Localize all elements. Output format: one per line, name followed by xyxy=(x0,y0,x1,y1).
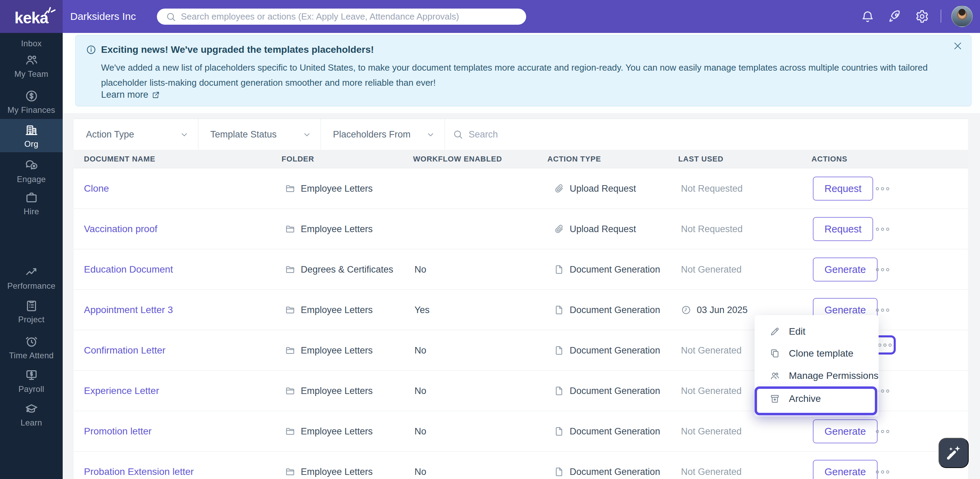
template-status-filter-label: Template Status xyxy=(210,129,277,140)
menu-item-label: Archive xyxy=(789,393,821,404)
template-status-filter[interactable]: Template Status xyxy=(198,119,321,150)
settings-gear-icon[interactable] xyxy=(915,10,929,23)
sidebar-item-label: Org xyxy=(24,139,38,149)
table-search-input[interactable]: Search xyxy=(445,119,498,150)
folder-icon xyxy=(285,426,295,436)
placeholders-from-filter[interactable]: Placeholders From xyxy=(321,119,445,150)
folder-name: Degrees & Certificates xyxy=(301,264,393,275)
action-type-value: Document Generation xyxy=(570,467,660,477)
global-search-placeholder: Search employees or actions (Ex: Apply L… xyxy=(181,11,459,22)
column-header-workflow-enabled: WORKFLOW ENABLED xyxy=(413,150,502,168)
sidebar-item-time-attend[interactable]: Time Attend xyxy=(0,335,63,360)
generate-button[interactable]: Generate xyxy=(813,460,878,479)
menu-item-edit[interactable]: Edit xyxy=(755,321,878,343)
document-name-link[interactable]: Probation Extension letter xyxy=(84,466,194,477)
table-row: Vaccination proofEmployee LettersUpload … xyxy=(74,209,968,249)
logo-spark-icon xyxy=(42,5,57,16)
last-used-value: Not Generated xyxy=(681,345,741,356)
folder-icon xyxy=(285,184,295,194)
paperclip-icon xyxy=(554,224,564,234)
sidebar-item-org[interactable]: Org xyxy=(0,123,63,149)
menu-item-manage-permissions[interactable]: Manage Permissions xyxy=(755,365,878,387)
folder-icon xyxy=(285,224,295,234)
folder-name: Employee Letters xyxy=(301,386,373,396)
keka-logo[interactable]: keka xyxy=(0,0,63,33)
row-more-actions-button[interactable] xyxy=(876,268,889,271)
document-name-link[interactable]: Clone xyxy=(84,183,109,194)
menu-item-archive[interactable]: Archive xyxy=(755,388,878,410)
sidebar-item-my-team[interactable]: My Team xyxy=(0,53,63,79)
document-name-link[interactable]: Confirmation Letter xyxy=(84,345,165,356)
sidebar-item-inbox[interactable]: Inbox xyxy=(0,36,63,48)
row-more-actions-button[interactable] xyxy=(876,430,889,433)
row-more-actions-button[interactable] xyxy=(876,308,889,312)
document-name-link[interactable]: Promotion letter xyxy=(84,426,152,437)
folder-name: Employee Letters xyxy=(301,345,373,356)
learn-more-link[interactable]: Learn more xyxy=(101,89,160,100)
placeholders-from-filter-label: Placeholders From xyxy=(333,129,411,140)
ai-assistant-button[interactable] xyxy=(939,438,969,468)
file-icon xyxy=(554,305,564,315)
table-header: DOCUMENT NAME FOLDER WORKFLOW ENABLED AC… xyxy=(74,150,968,168)
folder-icon xyxy=(285,467,295,477)
briefcase-icon xyxy=(25,191,38,204)
request-button[interactable]: Request xyxy=(813,217,873,241)
sidebar-item-label: Inbox xyxy=(21,39,41,48)
workflow-enabled-value: Yes xyxy=(414,290,430,330)
chevron-down-icon xyxy=(426,130,435,139)
folder-icon xyxy=(285,386,295,396)
last-used-value: Not Requested xyxy=(681,224,743,235)
user-avatar[interactable] xyxy=(951,5,973,27)
folder-icon xyxy=(285,345,295,356)
document-name-link[interactable]: Experience Letter xyxy=(84,385,159,396)
document-name-link[interactable]: Education Document xyxy=(84,264,173,275)
notifications-bell-icon[interactable] xyxy=(861,10,875,23)
folder-name: Employee Letters xyxy=(301,426,373,437)
request-button[interactable]: Request xyxy=(813,177,873,201)
clipboard-icon xyxy=(25,299,38,312)
folder-icon xyxy=(285,264,295,275)
search-icon xyxy=(166,12,176,22)
sidebar-item-project[interactable]: Project xyxy=(0,299,63,324)
action-type-filter-label: Action Type xyxy=(86,129,134,140)
document-name-link[interactable]: Vaccination proof xyxy=(84,224,157,235)
sidebar-item-payroll[interactable]: Payroll xyxy=(0,368,63,394)
generate-button[interactable]: Generate xyxy=(813,419,878,443)
sidebar-item-label: Time Attend xyxy=(9,351,53,360)
column-header-document-name: DOCUMENT NAME xyxy=(84,150,155,168)
topbar-divider xyxy=(940,10,941,22)
search-icon xyxy=(453,129,463,140)
document-name-link[interactable]: Appointment Letter 3 xyxy=(84,305,173,315)
menu-item-label: Manage Permissions xyxy=(789,370,878,381)
sidebar-item-label: Hire xyxy=(24,207,39,216)
sidebar-item-engage[interactable]: Engage xyxy=(0,158,63,184)
last-used-value: Not Generated xyxy=(681,386,741,396)
row-more-actions-button[interactable] xyxy=(876,470,889,474)
folder-name: Employee Letters xyxy=(301,305,373,315)
row-more-actions-button[interactable] xyxy=(876,187,889,190)
menu-item-clone-template[interactable]: Clone template xyxy=(755,343,878,364)
action-type-value: Document Generation xyxy=(570,264,660,275)
column-header-action-type: ACTION TYPE xyxy=(547,150,601,168)
last-used-value: 03 Jun 2025 xyxy=(697,305,748,315)
folder-icon xyxy=(285,305,295,315)
row-more-actions-button[interactable] xyxy=(878,343,892,346)
chevron-down-icon xyxy=(180,130,189,139)
rocket-icon[interactable] xyxy=(888,10,902,23)
info-icon xyxy=(86,45,96,55)
row-more-actions-button[interactable] xyxy=(876,228,889,231)
action-type-filter[interactable]: Action Type xyxy=(74,119,198,150)
sidebar-item-performance[interactable]: Performance xyxy=(0,265,63,291)
topbar: keka Darksiders Inc Search employees or … xyxy=(0,0,980,33)
close-icon[interactable] xyxy=(953,41,963,51)
action-type-value: Document Generation xyxy=(570,345,660,356)
sidebar: InboxMy TeamMy FinancesOrgEngageHirePerf… xyxy=(0,33,63,479)
sidebar-item-hire[interactable]: Hire xyxy=(0,191,63,216)
clone-icon xyxy=(770,348,780,359)
generate-button[interactable]: Generate xyxy=(813,257,878,281)
company-name: Darksiders Inc xyxy=(70,0,136,33)
global-search-input[interactable]: Search employees or actions (Ex: Apply L… xyxy=(157,9,526,25)
team-icon xyxy=(25,53,38,67)
sidebar-item-my-finances[interactable]: My Finances xyxy=(0,89,63,115)
sidebar-item-learn[interactable]: Learn xyxy=(0,402,63,428)
